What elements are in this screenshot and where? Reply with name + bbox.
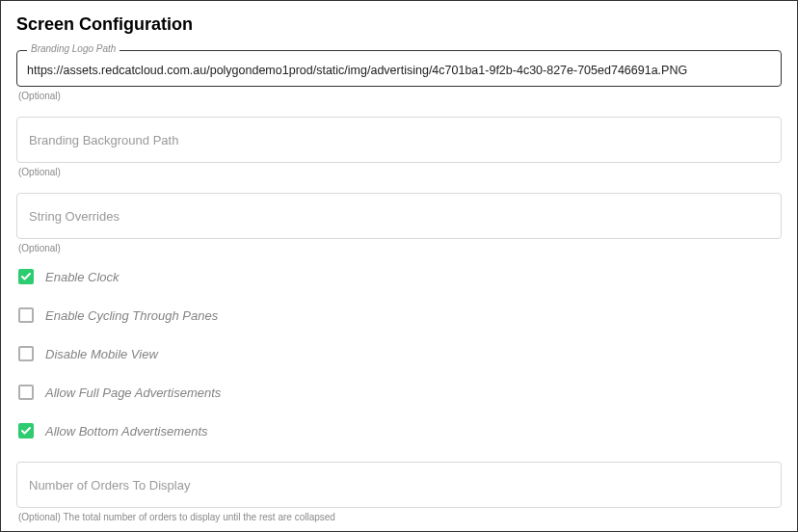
branding-bg-input[interactable]	[29, 133, 769, 147]
disable-mobile-checkbox[interactable]	[18, 346, 34, 361]
enable-cycling-label: Enable Cycling Through Panes	[45, 308, 218, 323]
num-orders-field[interactable]	[16, 462, 782, 508]
string-overrides-helper: (Optional)	[18, 243, 782, 253]
allow-full-ads-label: Allow Full Page Advertisements	[45, 386, 221, 400]
num-orders-input[interactable]	[29, 478, 769, 492]
branding-logo-field[interactable]: Branding Logo Path	[16, 50, 782, 87]
allow-full-ads-checkbox[interactable]	[18, 385, 34, 400]
branding-logo-helper: (Optional)	[18, 91, 782, 101]
allow-bottom-ads-checkbox[interactable]	[18, 423, 34, 439]
branding-logo-label: Branding Logo Path	[27, 43, 120, 54]
enable-clock-checkbox[interactable]	[18, 269, 34, 284]
page-title: Screen Configuration	[16, 14, 782, 35]
string-overrides-field[interactable]	[16, 193, 782, 239]
string-overrides-input[interactable]	[29, 209, 769, 224]
enable-clock-label: Enable Clock	[45, 270, 120, 284]
enable-cycling-row[interactable]: Enable Cycling Through Panes	[16, 307, 782, 323]
allow-bottom-ads-row[interactable]: Allow Bottom Advertisements	[16, 423, 782, 439]
branding-bg-field[interactable]	[16, 117, 782, 163]
disable-mobile-label: Disable Mobile View	[45, 347, 158, 361]
branding-logo-input[interactable]	[27, 64, 771, 77]
enable-clock-row[interactable]: Enable Clock	[16, 269, 782, 284]
num-orders-helper: (Optional) The total number of orders to…	[18, 512, 782, 522]
check-icon	[20, 271, 32, 282]
branding-bg-helper: (Optional)	[18, 167, 782, 177]
enable-cycling-checkbox[interactable]	[18, 307, 34, 323]
disable-mobile-row[interactable]: Disable Mobile View	[16, 346, 782, 361]
allow-bottom-ads-label: Allow Bottom Advertisements	[45, 424, 208, 439]
allow-full-ads-row[interactable]: Allow Full Page Advertisements	[16, 385, 782, 400]
check-icon	[20, 425, 32, 437]
